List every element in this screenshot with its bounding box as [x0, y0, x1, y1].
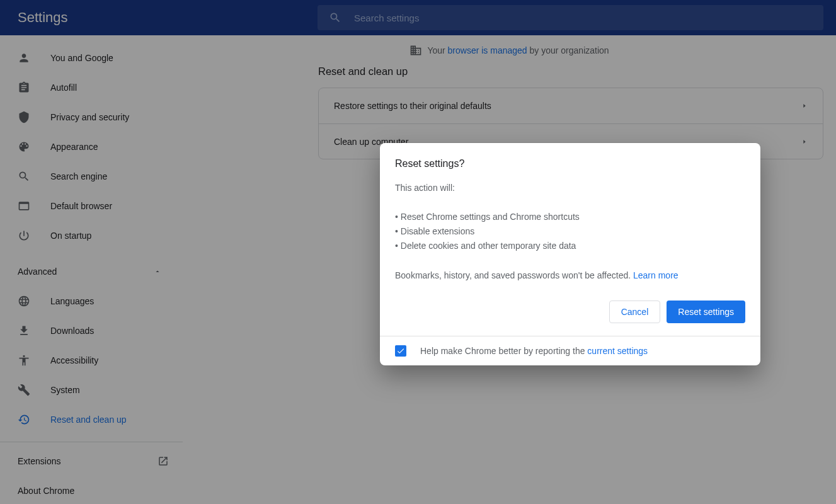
cancel-button[interactable]: Cancel: [609, 301, 661, 323]
reset-settings-button[interactable]: Reset settings: [667, 301, 745, 323]
dialog-footer-text: Help make Chrome better by reporting the…: [420, 346, 648, 356]
dialog-title: Reset settings?: [395, 158, 745, 169]
report-settings-checkbox[interactable]: [395, 345, 406, 357]
reset-settings-dialog: Reset settings? This action will: • Rese…: [380, 143, 760, 365]
check-icon: [396, 346, 405, 355]
dialog-body-text: This action will: • Reset Chrome setting…: [395, 181, 745, 283]
current-settings-link[interactable]: current settings: [587, 346, 648, 356]
learn-more-link[interactable]: Learn more: [633, 270, 679, 280]
